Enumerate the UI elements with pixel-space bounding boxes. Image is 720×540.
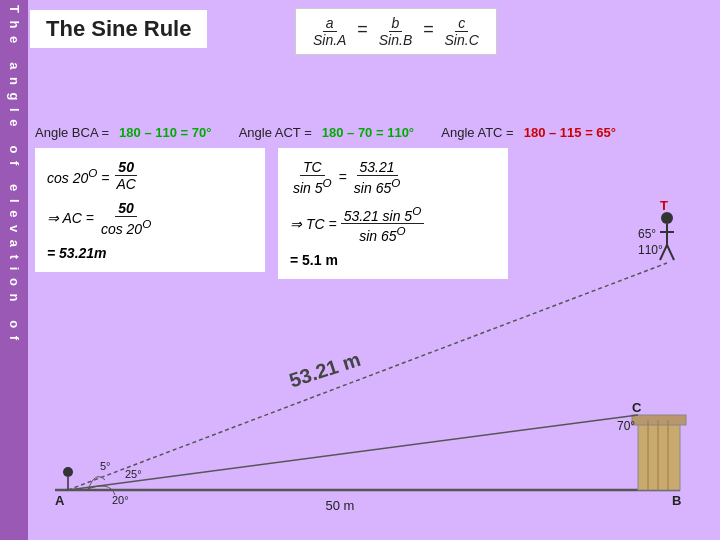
formula-frac-a: a Sin.A <box>310 15 349 48</box>
formula-b: b <box>389 15 403 32</box>
svg-text:T: T <box>660 198 668 213</box>
svg-text:B: B <box>672 493 681 508</box>
sidebar-text: T h e a n g l e o f e l e v a t i o n o … <box>5 5 23 342</box>
math-right-line2: ⇒ TC = 53.21 sin 5O sin 65O <box>290 204 496 244</box>
math-left-line3: = 53.21m <box>47 245 253 261</box>
formula-frac-c: c Sin.C <box>442 15 482 48</box>
math-right-line1: TC sin 5O = 53.21 sin 65O <box>290 159 496 196</box>
svg-text:65°: 65° <box>638 227 656 241</box>
eq1: = <box>353 19 372 39</box>
title-bar: The Sine Rule <box>30 10 207 48</box>
math-box-left: cos 20O = 50 AC ⇒ AC = 50 cos 20O = 53.2… <box>35 148 265 272</box>
act-label: Angle ACT = <box>239 125 312 140</box>
svg-line-21 <box>68 263 667 490</box>
sidebar: T h e a n g l e o f e l e v a t i o n o … <box>0 0 28 540</box>
svg-point-16 <box>63 467 73 477</box>
bca-label: Angle BCA = <box>35 125 109 140</box>
svg-line-20 <box>68 415 638 490</box>
svg-text:50 m: 50 m <box>326 498 355 513</box>
svg-text:A: A <box>55 493 65 508</box>
svg-text:70°: 70° <box>617 419 635 433</box>
formula-sinC: Sin.C <box>442 32 482 48</box>
svg-point-9 <box>661 212 673 224</box>
svg-rect-2 <box>632 415 686 425</box>
math-left-line1: cos 20O = 50 AC <box>47 159 253 192</box>
math-box-right: TC sin 5O = 53.21 sin 65O ⇒ TC = 53.21 s… <box>278 148 508 279</box>
formula-sinA: Sin.A <box>310 32 349 48</box>
formula-c: c <box>455 15 468 32</box>
math-right-line3: = 5.1 m <box>290 252 496 268</box>
svg-text:25°: 25° <box>125 468 142 480</box>
formula-area: a Sin.A = b Sin.B = c Sin.C <box>295 8 497 55</box>
formula-sinB: Sin.B <box>376 32 415 48</box>
act-calc: 180 – 70 = 110° <box>322 125 414 140</box>
svg-text:5°: 5° <box>100 460 111 472</box>
svg-rect-1 <box>638 420 680 490</box>
svg-text:110°: 110° <box>638 243 663 257</box>
math-left-line2: ⇒ AC = 50 cos 20O <box>47 200 253 237</box>
svg-line-12 <box>660 245 667 260</box>
title: The Sine Rule <box>46 16 191 41</box>
svg-line-13 <box>667 245 674 260</box>
diagonal-label: 53.21 m <box>286 348 363 393</box>
angle-row: Angle BCA = 180 – 110 = 70° Angle ACT = … <box>35 125 710 140</box>
svg-text:C: C <box>632 400 642 415</box>
bca-calc: 180 – 110 = 70° <box>119 125 211 140</box>
atc-label: Angle ATC = <box>441 125 513 140</box>
svg-text:20°: 20° <box>112 494 129 506</box>
eq2: = <box>419 19 438 39</box>
atc-calc: 180 – 115 = 65° <box>524 125 616 140</box>
formula-a: a <box>323 15 337 32</box>
formula-frac-b: b Sin.B <box>376 15 415 48</box>
